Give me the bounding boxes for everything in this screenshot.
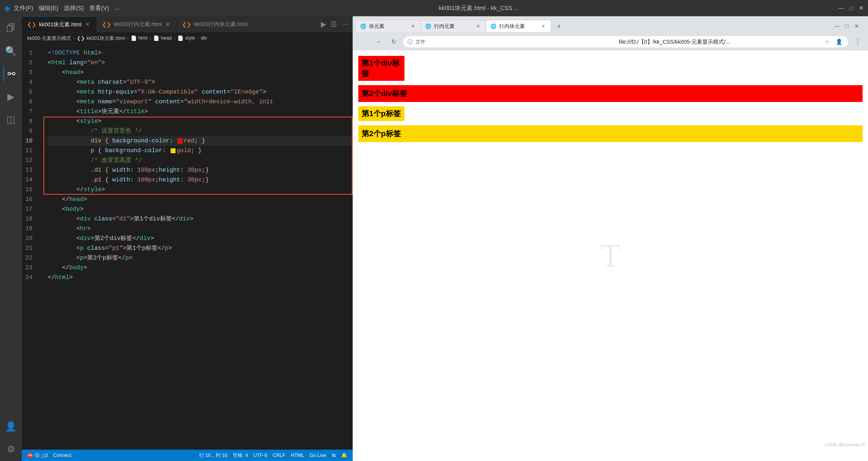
indentation[interactable]: 空格: 4 (233, 452, 248, 459)
breadcrumb-sep-2: › (127, 36, 128, 41)
line-number-5: 5 (22, 87, 38, 97)
breadcrumb-sep-3: › (150, 36, 151, 41)
breadcrumb-2[interactable]: ❮❯ kk001块元素.html (77, 35, 125, 41)
code-line-24: </html> (48, 273, 352, 283)
close-button[interactable]: ✕ (859, 5, 864, 12)
code-line-22: <p>第2个p标签</p> (48, 253, 352, 263)
menu-more[interactable]: ... (115, 4, 119, 12)
menu-bar: 文件(F) 编辑(E) 选择(S) 查看(V) ... (13, 4, 119, 12)
code-line-1: <!DOCTYPE html> (48, 48, 352, 58)
browser-tab-2[interactable]: 🌐 行内元素 ✕ (421, 20, 486, 32)
browser-content: 第1个div标签 第2个div标签 第1个p标签 第2个p标签 T (353, 51, 868, 461)
menu-file[interactable]: 文件(F) (13, 4, 33, 12)
code-line-5: <meta http-equiv="X-UA-Compatible" conte… (48, 87, 352, 97)
sync-icon[interactable]: ⇆ (332, 452, 336, 458)
line-ending[interactable]: CRLF (273, 453, 285, 458)
demo-p-2: 第2个p标签 (358, 125, 863, 142)
browser-panel: 🌐 块元素 ✕ 🌐 行内元素 ✕ 🌐 行内块元素 ✕ + — (352, 16, 868, 461)
vscode-icon: ◆ (4, 4, 10, 13)
breadcrumb-5-icon: 📄 (177, 35, 183, 41)
activity-git-icon[interactable]: ⚯ (3, 66, 19, 81)
line-number-8: 8 (22, 117, 38, 126)
activity-settings-icon[interactable]: ⚙ (3, 441, 19, 457)
browser-close[interactable]: ✕ (852, 22, 861, 30)
split-editor-icon[interactable]: ☰ (331, 20, 337, 28)
new-tab-button[interactable]: + (553, 20, 565, 32)
activity-account-icon[interactable]: 👤 (3, 419, 19, 434)
line-number-18: 18 (22, 214, 38, 224)
profile-icon[interactable]: 👤 (834, 37, 844, 47)
breadcrumb-6[interactable]: div (201, 35, 207, 41)
browser-refresh[interactable]: ↻ (388, 36, 400, 48)
maximize-button[interactable]: □ (850, 5, 854, 12)
tab2-label: kk002行内元素.html (114, 21, 162, 28)
menu-select[interactable]: 选择(S) (64, 4, 84, 12)
line-number-12: 12 (22, 156, 38, 165)
line-number-1: 1 (22, 48, 38, 58)
browser-minimize[interactable]: — (833, 22, 841, 30)
tab1-close[interactable]: ✕ (84, 21, 91, 28)
line-number-10: 10 (22, 136, 38, 146)
language-mode[interactable]: HTML (291, 453, 304, 458)
code-line-12: /* 改变宽高度 */ (48, 156, 352, 165)
browser-tab-3-close[interactable]: ✕ (540, 23, 546, 30)
editor-tab-3[interactable]: ❮❯ kk003行内块元素.html (177, 16, 253, 32)
line-number-4: 4 (22, 78, 38, 87)
breadcrumb-5[interactable]: 📄 style (177, 35, 195, 41)
breadcrumb-1[interactable]: kk005-元素显示模式 (27, 35, 71, 41)
code-content[interactable]: <!DOCTYPE html><html lang="en"> <head> <… (43, 44, 352, 450)
run-icon[interactable]: ▶ (321, 20, 326, 28)
line-numbers: 123456789101112131415161718192021222324 (22, 44, 43, 450)
minimize-button[interactable]: — (838, 5, 844, 12)
address-box[interactable]: ⓘ 文件 file:///D:/【0】/kk_CSS/kk005-元素显示模式/… (403, 36, 848, 48)
line-number-20: 20 (22, 234, 38, 244)
live-server[interactable]: Go Live (310, 453, 326, 458)
code-editor[interactable]: 123456789101112131415161718192021222324 … (22, 44, 352, 450)
browser-tab-3[interactable]: 🌐 行内块元素 ✕ (486, 20, 551, 32)
breadcrumb-3[interactable]: 📄 html (131, 35, 148, 41)
activity-bar: 🗍 🔍 ⚯ ▶ ◫ 👤 ⚙ (0, 16, 22, 461)
browser-address-bar: ← → ↻ ⓘ 文件 file:///D:/【0】/kk_CSS/kk005-元… (353, 33, 868, 51)
bookmark-icon[interactable]: ☆ (822, 37, 832, 47)
remote-connect[interactable]: Connect (53, 453, 71, 458)
browser-tab-1-close[interactable]: ✕ (410, 23, 416, 30)
warning-value: △0 (41, 452, 48, 458)
error-count[interactable]: ⛔ ⓪ △0 (27, 452, 48, 459)
line-number-21: 21 (22, 244, 38, 253)
activity-explorer-icon[interactable]: 🗍 (3, 21, 19, 36)
browser-tab-1-title: 块元素 (369, 23, 407, 30)
browser-tab-3-favicon: 🌐 (490, 23, 496, 29)
more-actions-icon[interactable]: ⋯ (341, 20, 348, 28)
breadcrumb-2-label: kk001块元素.html (87, 35, 125, 41)
breadcrumb-sep-5: › (197, 36, 198, 41)
menu-edit[interactable]: 编辑(E) (38, 4, 58, 12)
breadcrumb-4[interactable]: 📄 head (153, 35, 172, 41)
browser-forward[interactable]: → (372, 36, 384, 48)
editor-tab-2[interactable]: ❮❯ kk002行内元素.html ✕ (97, 16, 177, 32)
breadcrumb-1-label: kk005-元素显示模式 (27, 35, 71, 41)
code-line-18: <div class="d1">第1个div标签</div> (48, 214, 352, 224)
notification-icon[interactable]: 🔔 (341, 452, 347, 458)
browser-menu-dots[interactable]: ⋮ (852, 36, 864, 48)
browser-back[interactable]: ← (357, 36, 369, 48)
code-line-20: <div>第2个div标签</div> (48, 234, 352, 244)
code-line-15: </style> (48, 185, 352, 195)
status-bar: ⛔ ⓪ △0 Connect 行 10，列 16 空格: 4 UTF-8 CRL… (22, 450, 352, 461)
line-number-6: 6 (22, 97, 38, 107)
browser-tab-2-close[interactable]: ✕ (475, 23, 481, 30)
encoding[interactable]: UTF-8 (253, 453, 267, 458)
menu-view[interactable]: 查看(V) (89, 4, 109, 12)
activity-debug-icon[interactable]: ▶ (3, 89, 19, 104)
error-value: ⓪ (35, 452, 40, 459)
line-number-15: 15 (22, 185, 38, 195)
breadcrumb-2-icon: ❮❯ (77, 35, 85, 41)
browser-maximize[interactable]: □ (842, 22, 851, 30)
activity-extensions-icon[interactable]: ◫ (3, 112, 19, 127)
editor-tab-1[interactable]: ❮❯ kk001块元素.html ✕ (22, 16, 97, 32)
breadcrumb: kk005-元素显示模式 › ❮❯ kk001块元素.html › 📄 html… (22, 33, 352, 44)
tab2-close[interactable]: ✕ (164, 21, 171, 28)
activity-search-icon[interactable]: 🔍 (3, 43, 19, 59)
browser-tab-1[interactable]: 🌐 块元素 ✕ (355, 20, 421, 32)
address-security-icon: ⓘ (407, 38, 413, 45)
code-line-13: .d1 { width: 100px;height: 30px;} (48, 165, 352, 175)
